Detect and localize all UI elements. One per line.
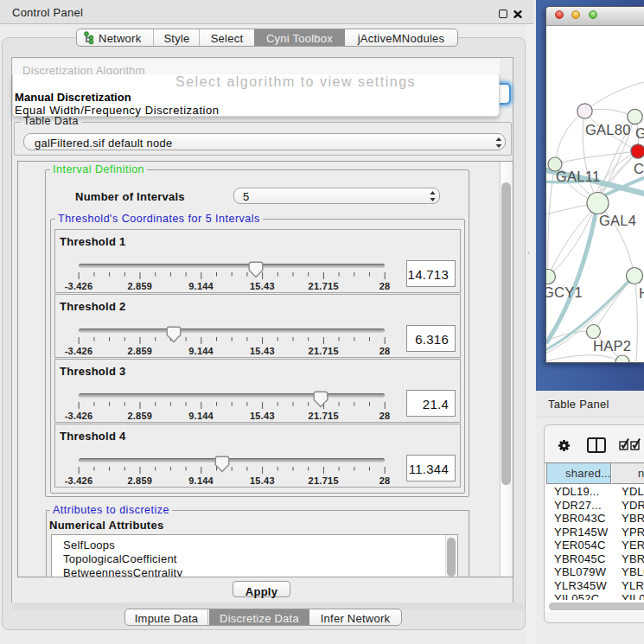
svg-text:GAL4: GAL4: [599, 213, 636, 228]
svg-text:GCY1: GCY1: [546, 284, 583, 300]
svg-text:HAP2: HAP2: [593, 338, 631, 354]
svg-text:GAL80: GAL80: [585, 122, 631, 137]
svg-text:C: C: [634, 161, 644, 176]
svg-text:GA: GA: [635, 125, 644, 141]
svg-text:GAL11: GAL11: [556, 169, 600, 184]
svg-text:H: H: [639, 285, 644, 301]
